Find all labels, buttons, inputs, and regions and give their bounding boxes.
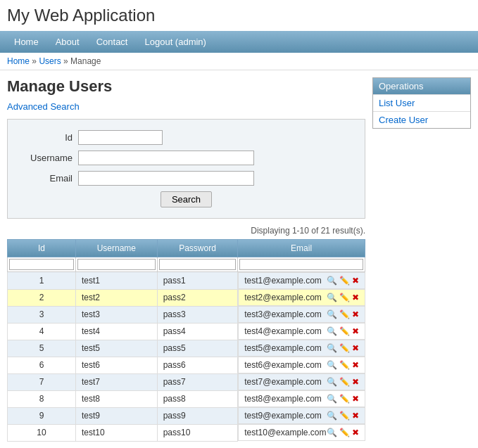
view-icon[interactable]: 🔍	[327, 326, 337, 336]
create-user-link[interactable]: Create User	[379, 115, 428, 125]
cell-email: test4@example.com 🔍 ✏️ ✖	[238, 323, 365, 340]
cell-email: test5@example.com 🔍 ✏️ ✖	[238, 340, 365, 357]
cell-password: pass1	[157, 272, 238, 290]
search-form: Id Username Email Search	[7, 119, 365, 219]
list-user-link[interactable]: List User	[379, 98, 415, 108]
row-actions: 🔍 ✏️ ✖	[327, 394, 359, 404]
delete-icon[interactable]: ✖	[352, 293, 359, 302]
view-icon[interactable]: 🔍	[327, 343, 337, 353]
delete-icon[interactable]: ✖	[352, 276, 359, 286]
sidebar-create-user[interactable]: Create User	[373, 111, 470, 128]
content-area: Manage Users Advanced Search Id Username…	[7, 77, 365, 448]
view-icon[interactable]: 🔍	[327, 309, 337, 319]
email-input[interactable]	[78, 171, 254, 186]
row-actions: 🔍 ✏️ ✖	[327, 411, 359, 421]
table-header-row: Id Username Password Email	[8, 240, 365, 257]
edit-icon[interactable]: ✏️	[339, 394, 350, 404]
sidebar-list-user[interactable]: List User	[373, 94, 470, 111]
username-label: Username	[22, 153, 78, 163]
view-icon[interactable]: 🔍	[327, 428, 337, 437]
filter-email[interactable]	[239, 259, 363, 270]
table-row: 3test3pass3test3@example.com 🔍 ✏️ ✖	[8, 306, 365, 323]
cell-password: pass8	[157, 390, 238, 407]
row-actions: 🔍 ✏️ ✖	[327, 293, 359, 302]
breadcrumb-sep1: »	[32, 56, 37, 66]
delete-icon[interactable]: ✖	[352, 343, 359, 353]
table-row: 9test9pass9test9@example.com 🔍 ✏️ ✖	[8, 407, 365, 424]
search-button[interactable]: Search	[161, 191, 212, 207]
cell-username: test7	[75, 373, 157, 390]
delete-icon[interactable]: ✖	[352, 326, 359, 336]
cell-username: test5	[75, 340, 157, 357]
col-password[interactable]: Password	[157, 240, 238, 257]
cell-id: 2	[8, 289, 76, 306]
email-label: Email	[22, 173, 78, 184]
cell-username: test8	[75, 390, 157, 407]
cell-id: 3	[8, 306, 76, 323]
table-row: 2test2pass2test2@example.com 🔍 ✏️ ✖	[8, 289, 365, 306]
advanced-search-link[interactable]: Advanced Search	[7, 101, 80, 112]
main-layout: Manage Users Advanced Search Id Username…	[0, 70, 478, 448]
edit-icon[interactable]: ✏️	[339, 276, 350, 286]
view-icon[interactable]: 🔍	[327, 293, 337, 302]
col-id[interactable]: Id	[8, 240, 76, 257]
delete-icon[interactable]: ✖	[352, 360, 359, 370]
cell-id: 10	[8, 424, 76, 441]
cell-username: test10	[75, 424, 157, 441]
cell-id: 4	[8, 323, 76, 340]
cell-id: 6	[8, 357, 76, 373]
edit-icon[interactable]: ✏️	[339, 326, 350, 336]
nav-home[interactable]: Home	[7, 34, 46, 49]
view-icon[interactable]: 🔍	[327, 394, 337, 404]
view-icon[interactable]: 🔍	[327, 360, 337, 370]
page-title: Manage Users	[7, 77, 365, 96]
delete-icon[interactable]: ✖	[352, 411, 359, 421]
delete-icon[interactable]: ✖	[352, 428, 359, 437]
table-row: 7test7pass7test7@example.com 🔍 ✏️ ✖	[8, 373, 365, 390]
edit-icon[interactable]: ✏️	[339, 293, 350, 302]
cell-password: pass5	[157, 340, 238, 357]
edit-icon[interactable]: ✏️	[339, 428, 350, 437]
breadcrumb-users[interactable]: Users	[39, 56, 61, 66]
id-label: Id	[22, 132, 78, 143]
edit-icon[interactable]: ✏️	[339, 360, 350, 370]
row-actions: 🔍 ✏️ ✖	[327, 276, 359, 286]
cell-id: 9	[8, 407, 76, 424]
row-actions: 🔍 ✏️ ✖	[327, 377, 359, 387]
nav-logout[interactable]: Logout (admin)	[137, 34, 213, 49]
delete-icon[interactable]: ✖	[352, 377, 359, 387]
edit-icon[interactable]: ✏️	[339, 309, 350, 319]
cell-email: test3@example.com 🔍 ✏️ ✖	[238, 306, 365, 323]
edit-icon[interactable]: ✏️	[339, 377, 350, 387]
row-actions: 🔍 ✏️ ✖	[327, 360, 359, 370]
edit-icon[interactable]: ✏️	[339, 411, 350, 421]
email-field-row: Email	[22, 171, 351, 186]
nav-about[interactable]: About	[49, 34, 87, 49]
username-input[interactable]	[78, 151, 254, 165]
filter-password[interactable]	[159, 259, 237, 270]
cell-email: test2@example.com 🔍 ✏️ ✖	[238, 289, 365, 306]
filter-id[interactable]	[9, 259, 74, 270]
edit-icon[interactable]: ✏️	[339, 343, 350, 353]
id-input[interactable]	[78, 130, 163, 145]
view-icon[interactable]: 🔍	[327, 276, 337, 286]
view-icon[interactable]: 🔍	[327, 377, 337, 387]
delete-icon[interactable]: ✖	[352, 394, 359, 404]
table-row: 8test8pass8test8@example.com 🔍 ✏️ ✖	[8, 390, 365, 407]
col-email[interactable]: Email	[238, 240, 365, 257]
table-row: 1test1pass1test1@example.com 🔍 ✏️ ✖	[8, 272, 365, 290]
col-username[interactable]: Username	[75, 240, 157, 257]
cell-email: test7@example.com 🔍 ✏️ ✖	[238, 373, 365, 390]
username-field-row: Username	[22, 151, 351, 165]
breadcrumb-home[interactable]: Home	[7, 56, 30, 66]
filter-username[interactable]	[77, 259, 156, 270]
cell-email: test1@example.com 🔍 ✏️ ✖	[238, 272, 365, 289]
table-row: 10test10pass10test10@example.com 🔍 ✏️ ✖	[8, 424, 365, 441]
nav-contact[interactable]: Contact	[89, 34, 135, 49]
operations-title: Operations	[373, 78, 470, 94]
delete-icon[interactable]: ✖	[352, 309, 359, 319]
row-actions: 🔍 ✏️ ✖	[327, 309, 359, 319]
table-row: 6test6pass6test6@example.com 🔍 ✏️ ✖	[8, 357, 365, 373]
view-icon[interactable]: 🔍	[327, 411, 337, 421]
results-info: Displaying 1-10 of 21 result(s).	[7, 226, 365, 236]
